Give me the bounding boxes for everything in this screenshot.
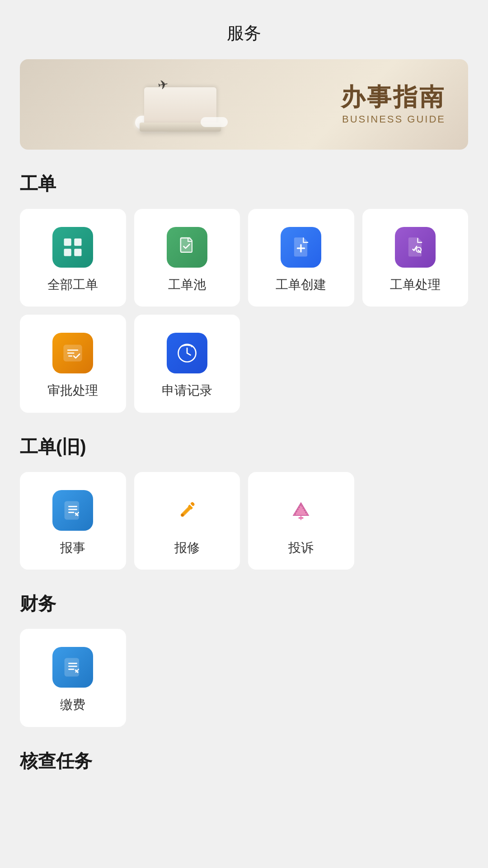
complaint-icon: [281, 490, 321, 531]
gongdan-grid: 全部工单 工单池 工单创建: [20, 209, 468, 413]
section-gongdan: 工单 全部工单: [20, 171, 468, 413]
page-title: 服务: [0, 0, 488, 59]
report-repair-label: 报修: [174, 540, 200, 556]
finance-grid: 缴费: [20, 629, 468, 726]
gongdan-old-grid: 报事 报修: [20, 472, 468, 570]
pay-fee-icon: [52, 647, 93, 688]
item-report-repair[interactable]: 报修: [134, 472, 240, 570]
item-approve[interactable]: 审批处理: [20, 315, 126, 412]
pay-fee-label: 缴费: [60, 697, 85, 713]
report-event-label: 报事: [60, 540, 85, 556]
all-orders-icon: [52, 227, 93, 268]
section-title-finance: 财务: [20, 591, 468, 616]
report-event-icon: [52, 490, 93, 531]
order-pool-icon: [167, 227, 207, 268]
create-order-icon: [281, 227, 321, 268]
item-report-event[interactable]: 报事: [20, 472, 126, 570]
create-order-label: 工单创建: [276, 277, 326, 293]
apply-record-icon: [167, 333, 207, 373]
business-guide-banner[interactable]: ✈ 办事指南 BUSINESS GUIDE: [20, 59, 468, 150]
item-create-order[interactable]: 工单创建: [248, 209, 354, 307]
section-title-check-task: 核查任务: [20, 749, 468, 774]
order-pool-label: 工单池: [168, 277, 206, 293]
section-finance: 财务 缴费: [20, 591, 468, 726]
section-gongdan-old: 工单(旧) 报事: [20, 434, 468, 570]
all-orders-label: 全部工单: [47, 277, 98, 293]
svg-rect-9: [65, 501, 79, 519]
complaint-label: 投诉: [288, 540, 314, 556]
approve-icon: [52, 333, 93, 373]
svg-point-10: [181, 514, 184, 516]
banner-text: 办事指南 BUSINESS GUIDE: [341, 84, 468, 125]
report-repair-icon: [167, 490, 207, 531]
item-pay-fee[interactable]: 缴费: [20, 629, 126, 726]
svg-rect-2: [64, 249, 71, 256]
item-apply-record[interactable]: 申请记录: [134, 315, 240, 412]
svg-rect-1: [75, 239, 82, 246]
process-order-label: 工单处理: [390, 277, 441, 293]
svg-rect-0: [64, 239, 71, 246]
item-order-pool[interactable]: 工单池: [134, 209, 240, 307]
process-order-icon: [395, 227, 436, 268]
item-process-order[interactable]: 工单处理: [362, 209, 469, 307]
section-title-gongdan: 工单: [20, 171, 468, 196]
item-complaint[interactable]: 投诉: [248, 472, 354, 570]
banner-illustration: ✈: [20, 59, 341, 150]
item-all-orders[interactable]: 全部工单: [20, 209, 126, 307]
svg-rect-3: [75, 249, 82, 256]
svg-rect-12: [65, 659, 79, 676]
section-check-task: 核查任务: [20, 749, 468, 774]
section-title-gongdan-old: 工单(旧): [20, 434, 468, 459]
apply-record-label: 申请记录: [162, 382, 212, 399]
approve-label: 审批处理: [47, 382, 98, 399]
